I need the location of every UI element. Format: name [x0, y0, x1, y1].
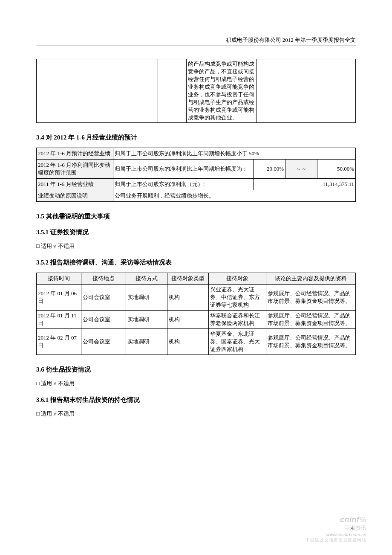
- applicable-3-6: □ 适用 √ 不适用: [36, 380, 356, 387]
- forecast-r4-value: 公司业务开展顺利，经营业绩稳步增长。: [113, 190, 355, 202]
- activity-content: 参观展厅、公司经营情况、产品的市场前景、募集资金项目情况等。: [266, 285, 356, 311]
- table-row: 2012 年 02 月 07 日 公司会议室 实地调研 机构 华夏基金、东北证券…: [37, 329, 356, 355]
- forecast-r1-label: 2012 年 1-6 月预计的经营业绩: [37, 148, 113, 160]
- activity-type: 机构: [167, 311, 209, 329]
- activity-table: 接待时间 接待地点 接待方式 接待对象类型 接待对象 谈论的主要内容及提供的资料…: [36, 273, 356, 355]
- activity-target: 华泰联合证券和长江养老保险两家机构: [209, 311, 266, 329]
- activity-place: 公司会议室: [81, 329, 126, 355]
- forecast-table: 2012 年 1-6 月预计的经营业绩 归属于上市公司股东的净利润比上年同期增长…: [36, 148, 356, 202]
- forecast-r3-text: 归属于上市公司股东的净利润（元）:: [113, 179, 254, 190]
- commitment-text: 的产品构成竞争或可能构成竞争的产品，不直接或间接经营任何与积成电子经营的业务构成…: [187, 59, 257, 123]
- activity-date: 2012 年 02 月 07 日: [37, 329, 81, 355]
- forecast-r2-text: 归属于上市公司股东的净利润比上年同期增长幅度为：: [113, 160, 254, 179]
- heading-3-4: 3.4 对 2012 年 1-6 月经营业绩的预计: [36, 134, 356, 142]
- heading-3-5: 3.5 其他需说明的重大事项: [36, 212, 356, 221]
- activity-type: 机构: [167, 285, 209, 311]
- applicable-3-5-1: □ 适用 √ 不适用: [36, 242, 356, 250]
- activity-target: 兴业证券、光大证券、中信证券、东方证券等七家机构: [209, 285, 266, 311]
- watermark-sub: 中国证监会指定信息披露网站: [306, 538, 366, 542]
- forecast-r2-label: 2012 年 1-6 月净利润同比变动幅度的预计范围: [37, 160, 113, 179]
- watermark: cninf℅ 巨潮资讯 www.cninfo.com.cn 中国证监会指定信息披…: [306, 515, 366, 543]
- forecast-r2-low: 20.00%: [254, 160, 285, 179]
- activity-h6: 谈论的主要内容及提供的资料: [266, 273, 356, 285]
- table-row: 2012 年 01 月 06 日 公司会议室 实地调研 机构 兴业证券、光大证券…: [37, 285, 356, 311]
- activity-date: 2012 年 01 月 06 日: [37, 285, 81, 311]
- activity-h2: 接待地点: [81, 273, 126, 285]
- forecast-r3-value: 11,314,375.11: [254, 179, 356, 190]
- activity-place: 公司会议室: [81, 311, 126, 329]
- activity-method: 实地调研: [126, 311, 167, 329]
- activity-h4: 接待对象类型: [167, 273, 209, 285]
- forecast-r4-label: 业绩变动的原因说明: [37, 190, 113, 202]
- activity-method: 实地调研: [126, 285, 167, 311]
- activity-header-row: 接待时间 接待地点 接待方式 接待对象类型 接待对象 谈论的主要内容及提供的资料: [37, 273, 356, 285]
- activity-date: 2012 年 01 月 11 日: [37, 311, 81, 329]
- watermark-url: www.cninfo.com.cn: [326, 532, 366, 537]
- heading-3-6: 3.6 衍生品投资情况: [36, 366, 356, 374]
- activity-content: 参观展厅、公司经营情况、产品的市场前景、募集资金项目情况等。: [266, 311, 356, 329]
- activity-place: 公司会议室: [81, 285, 126, 311]
- heading-3-6-1: 3.6.1 报告期末衍生品投资的持仓情况: [36, 396, 356, 404]
- forecast-r2-high: 50.00%: [317, 160, 356, 179]
- forecast-r2-sep: ～～: [285, 160, 317, 179]
- activity-h5: 接待对象: [209, 273, 266, 285]
- activity-content: 参观展厅、公司经营情况、产品的市场前景、募集资金项目情况等。: [266, 329, 356, 355]
- page-header: 积成电子股份有限公司 2012 年第一季度季度报告全文: [36, 36, 356, 46]
- forecast-r3-label: 2011 年 1-6 月经营业绩: [37, 179, 113, 190]
- table-row: 2012 年 01 月 11 日 公司会议室 实地调研 机构 华泰联合证券和长江…: [37, 311, 356, 329]
- forecast-r1-value: 归属于上市公司股东的净利润比上年同期增长幅度小于 50%: [113, 148, 355, 160]
- applicable-3-6-1: □ 适用 √ 不适用: [36, 410, 356, 418]
- watermark-logo: cninf: [340, 515, 360, 524]
- activity-h1: 接待时间: [37, 273, 81, 285]
- activity-type: 机构: [167, 329, 209, 355]
- activity-h3: 接待方式: [126, 273, 167, 285]
- heading-3-5-1: 3.5.1 证券投资情况: [36, 228, 356, 236]
- activity-method: 实地调研: [126, 329, 167, 355]
- heading-3-5-2: 3.5.2 报告期接待调研、沟通、采访等活动情况表: [36, 259, 356, 267]
- activity-target: 华夏基金、东北证券、国泰证券、光大证券四家机构: [209, 329, 266, 355]
- watermark-cn: 巨潮资讯: [344, 525, 366, 531]
- partial-commitment-table: 的产品构成竞争或可能构成竞争的产品，不直接或间接经营任何与积成电子经营的业务构成…: [36, 59, 356, 123]
